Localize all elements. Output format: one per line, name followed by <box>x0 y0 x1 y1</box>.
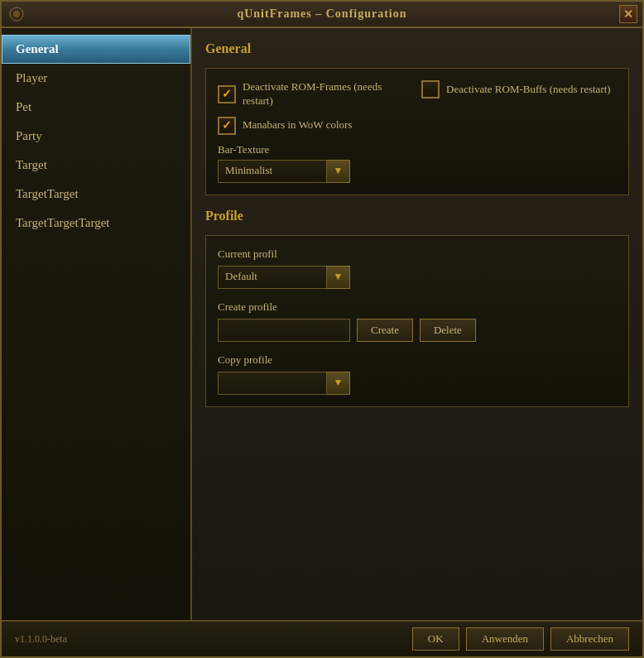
main-window: qUnitFrames – Configuration ✕ General Pl… <box>0 0 644 658</box>
copy-profile-label: Copy profile <box>218 353 617 367</box>
sidebar-item-player[interactable]: Player <box>2 64 190 93</box>
sidebar-item-target[interactable]: Target <box>2 151 190 180</box>
create-profile-input[interactable] <box>218 319 350 342</box>
general-section-title: General <box>205 41 629 56</box>
sidebar-item-pet[interactable]: Pet <box>2 93 190 122</box>
checkbox-row-1: Deactivate ROM-Frames (needs restart) De… <box>218 80 617 108</box>
general-section-box: Deactivate ROM-Frames (needs restart) De… <box>205 68 629 195</box>
checkbox-rom-frames: Deactivate ROM-Frames (needs restart) <box>218 80 413 108</box>
current-profil-label: Current profil <box>218 247 617 261</box>
footer-buttons: OK Anwenden Abbrechen <box>412 627 629 651</box>
sidebar-item-general[interactable]: General <box>2 35 190 64</box>
checkbox-rom-buffs-label: Deactivate ROM-Buffs (needs restart) <box>446 83 611 97</box>
corner-ornament-left <box>5 2 28 26</box>
create-profile-row: Create Delete <box>218 319 617 342</box>
sidebar-item-party[interactable]: Party <box>2 122 190 151</box>
sidebar-item-targettargettarget[interactable]: TargetTargetTarget <box>2 209 190 238</box>
bar-texture-field: Bar-Texture Minimalist ▼ <box>218 143 617 183</box>
bar-texture-label: Bar-Texture <box>218 143 617 156</box>
checkbox-rom-buffs-input[interactable] <box>421 80 440 98</box>
current-profil-dropdown-arrow[interactable]: ▼ <box>327 266 350 289</box>
bar-texture-dropdown[interactable]: Minimalist ▼ <box>218 160 350 183</box>
footer: v1.1.0.0-beta OK Anwenden Abbrechen <box>2 620 642 656</box>
current-profil-dropdown[interactable]: Default ▼ <box>218 266 350 289</box>
copy-profile-dropdown-arrow[interactable]: ▼ <box>327 372 350 395</box>
close-button[interactable]: ✕ <box>619 5 637 23</box>
profile-section-box: Current profil Default ▼ Create profile … <box>205 235 629 407</box>
window-title: qUnitFrames – Configuration <box>237 7 406 21</box>
checkbox-rom-frames-input[interactable] <box>218 85 236 103</box>
current-profil-value: Default <box>218 266 327 289</box>
create-profile-button[interactable]: Create <box>357 319 413 342</box>
checkbox-rom-buffs: Deactivate ROM-Buffs (needs restart) <box>421 80 617 98</box>
title-bar: qUnitFrames – Configuration ✕ <box>2 2 642 28</box>
checkbox-manabars-label: Manabars in WoW colors <box>243 118 352 132</box>
cancel-button[interactable]: Abbrechen <box>550 627 629 651</box>
sidebar-item-targettarget[interactable]: TargetTarget <box>2 180 190 209</box>
current-profil-field: Current profil Default ▼ <box>218 247 617 289</box>
copy-profile-field: Copy profile ▼ <box>218 353 617 395</box>
general-section: General Deactivate ROM-Frames (needs res… <box>205 41 629 195</box>
copy-profile-dropdown[interactable]: ▼ <box>218 372 350 395</box>
content-area: General Player Pet Party Target TargetTa… <box>2 28 642 620</box>
apply-button[interactable]: Anwenden <box>466 627 544 651</box>
bar-texture-value: Minimalist <box>218 160 327 183</box>
main-panel: General Deactivate ROM-Frames (needs res… <box>192 28 642 620</box>
bar-texture-dropdown-arrow[interactable]: ▼ <box>327 160 350 183</box>
create-profile-field: Create profile Create Delete <box>218 300 617 342</box>
svg-point-1 <box>13 11 20 17</box>
copy-profile-value <box>218 372 327 395</box>
ok-button[interactable]: OK <box>412 627 459 651</box>
checkbox-manabars: Manabars in WoW colors <box>218 117 617 135</box>
create-profile-label: Create profile <box>218 300 617 314</box>
profile-section: Profile Current profil Default ▼ Create … <box>205 209 629 407</box>
version-label: v1.1.0.0-beta <box>15 633 67 646</box>
sidebar: General Player Pet Party Target TargetTa… <box>2 28 192 620</box>
checkbox-manabars-input[interactable] <box>218 117 236 135</box>
profile-section-title: Profile <box>205 209 629 223</box>
delete-profile-button[interactable]: Delete <box>420 319 476 342</box>
checkbox-rom-frames-label: Deactivate ROM-Frames (needs restart) <box>243 80 413 108</box>
